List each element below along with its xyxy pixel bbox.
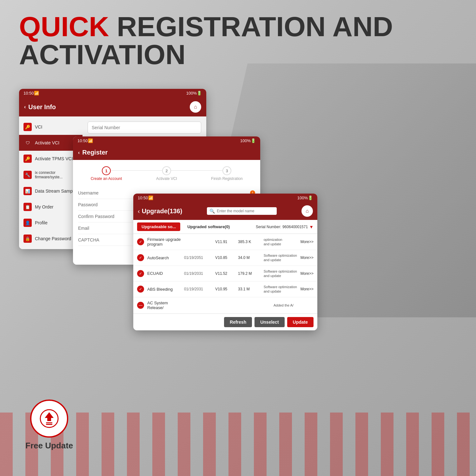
upgrade-search-box: 🔍 <box>207 207 277 215</box>
vci-icon: 🔑 <box>23 123 32 131</box>
upgrade-item-ac: — AC System Release/ Added the A/ <box>133 297 317 314</box>
topbar-2: ‹ Register <box>73 145 260 160</box>
header-rest: REGISTRATION AND <box>109 11 393 42</box>
ac-desc: Added the A/ <box>274 303 310 307</box>
confirm-password-label: Confirm Password <box>78 214 119 219</box>
change-password-icon: 🔒 <box>23 235 32 243</box>
free-update-label: Free Update <box>25 441 73 451</box>
battery-2: 100% <box>240 138 251 143</box>
autosearch-desc: Software optimization and update <box>264 253 297 262</box>
activate-vci-icon: 🛡 <box>23 139 32 147</box>
ecuaid-name: ECUAID <box>147 271 181 276</box>
step-3: 3 Finish Registration <box>197 166 257 181</box>
home-button-1[interactable]: ⌂ <box>190 101 201 113</box>
my-order-icon: 📋 <box>23 203 32 211</box>
svg-rect-3 <box>46 424 52 425</box>
sidebar-item-vci[interactable]: 🔑 VCI <box>19 119 83 135</box>
sidebar-change-password-label: Change Password <box>35 236 71 241</box>
ecuaid-more[interactable]: More>> <box>301 271 314 276</box>
ecuaid-desc: Software optimization and update <box>264 269 297 278</box>
sidebar-my-order-label: My Order <box>35 204 53 209</box>
wifi-icon-1: 📶 <box>34 91 39 96</box>
check-firmware[interactable]: ✓ <box>137 238 144 245</box>
free-update-icon <box>30 400 68 438</box>
step-2-label: Activate VCI <box>156 176 177 181</box>
ac-name: AC System Release/ <box>147 301 184 310</box>
check-autosearch[interactable]: ✓ <box>137 254 144 261</box>
serial-info: Serial Number: 960640001571 ▼ <box>256 224 314 229</box>
check-ecuaid[interactable]: ✓ <box>137 270 144 277</box>
autosearch-version: V10.85 <box>215 255 235 260</box>
wifi-icon-2: 📶 <box>88 138 93 143</box>
sidebar-vci-label: VCI <box>35 124 42 129</box>
step-1-circle: 1 <box>102 166 111 175</box>
sidebar-tpms-label: Activate TPMS VCI <box>35 156 73 161</box>
step-1-label: Create an Account <box>91 176 122 181</box>
username-label: Username <box>78 190 119 195</box>
header: QUICK REGISTRATION AND ACTIVATION <box>19 13 393 69</box>
battery-icon-1: 🔋 <box>197 91 202 96</box>
screen1-title: User Info <box>28 103 56 111</box>
search-input[interactable] <box>217 209 274 213</box>
sidebar-activate-vci-label: Activate VCI <box>35 140 59 145</box>
profile-icon: 👤 <box>23 219 32 227</box>
refresh-button[interactable]: Refresh <box>224 317 252 327</box>
screen-upgrade: 10:50 📶 100% 🔋 ‹ Upgrade(136) 🔍 ⌂ Upgrad… <box>133 194 317 330</box>
abs-version: V10.95 <box>215 287 235 291</box>
battery-icon-2: 🔋 <box>251 138 256 143</box>
time-1: 10:50 <box>23 91 34 96</box>
autosearch-date: 01/19/2051 <box>184 255 212 260</box>
upgradeable-tab[interactable]: Upgradeable so... <box>137 222 180 231</box>
check-ac[interactable]: — <box>137 302 144 309</box>
abs-desc: Software optimization and update <box>264 285 297 294</box>
autosearch-size: 34.0 M <box>238 255 261 260</box>
autosearch-more[interactable]: More>> <box>301 255 314 260</box>
unselect-button[interactable]: Unselect <box>255 317 284 327</box>
abs-date: 01/19/2031 <box>184 287 212 291</box>
back-arrow-1[interactable]: ‹ <box>24 104 26 110</box>
search-icon: 🔍 <box>209 208 215 214</box>
captcha-label: CAPTCHA <box>78 237 119 242</box>
upgrade-topbar: ‹ Upgrade(136) 🔍 ⌂ <box>133 202 317 220</box>
upgrade-item-ecuaid: ✓ ECUAID 01/19/2031 V11.52 179.2 M Softw… <box>133 266 317 282</box>
serial-number: 960640001571 <box>282 225 308 229</box>
time-2: 10:50 <box>77 138 88 143</box>
ecuaid-size: 179.2 M <box>238 271 261 276</box>
serial-number-input[interactable] <box>88 122 201 134</box>
registration-steps: 1 Create an Account 2 Activate VCI 3 Fin… <box>73 160 260 184</box>
sidebar-profile-label: Profile <box>35 220 48 225</box>
battery-3: 100% <box>297 195 308 200</box>
free-update-badge: Free Update <box>25 400 73 451</box>
time-3: 10:50 <box>138 195 148 200</box>
data-stream-icon: 📊 <box>23 187 32 195</box>
header-line2: ACTIVATION <box>19 39 186 70</box>
check-abs[interactable]: ✓ <box>137 286 144 293</box>
firmware-more[interactable]: More>> <box>301 240 314 244</box>
upgraded-tab[interactable]: Upgraded software(0) <box>183 222 234 231</box>
statusbar-1: 10:50 📶 100% 🔋 <box>19 89 206 97</box>
wifi-icon-3: 📶 <box>148 195 153 200</box>
battery-icon-3: 🔋 <box>308 195 313 200</box>
home-button-3[interactable]: ⌂ <box>301 205 313 217</box>
filter-icon[interactable]: ▼ <box>309 224 314 229</box>
back-arrow-2[interactable]: ‹ <box>78 150 80 155</box>
step-1: 1 Create an Account <box>76 166 136 181</box>
abs-more[interactable]: More>> <box>301 287 314 291</box>
firmware-desc: optimizationand update <box>264 237 297 247</box>
serial-label: Serial Number: <box>256 225 281 229</box>
step-2-circle: 2 <box>162 166 171 175</box>
battery-1: 100% <box>186 91 197 96</box>
sidebar-ix-label: ix connector firmware/syste... <box>35 170 78 179</box>
tpms-icon: 🔑 <box>23 155 32 163</box>
svg-rect-2 <box>46 422 52 423</box>
upgrade-list: ✓ Firmware upgradeprogram V11.91 385.3 K… <box>133 234 317 314</box>
upgrade-item-abs: ✓ ABS Bleeding 01/19/2031 V10.95 33.1 M … <box>133 281 317 297</box>
header-title: QUICK REGISTRATION AND ACTIVATION <box>19 13 393 69</box>
abs-name: ABS Bleeding <box>147 287 181 292</box>
step-3-circle: 3 <box>222 166 231 175</box>
ecuaid-date: 01/19/2031 <box>184 271 212 276</box>
bottom-buttons: Refresh Unselect Update <box>133 314 317 330</box>
back-arrow-3[interactable]: ‹ <box>138 208 140 215</box>
update-button[interactable]: Update <box>287 317 314 327</box>
sidebar-data-stream-label: Data Stream Sample <box>35 188 76 194</box>
